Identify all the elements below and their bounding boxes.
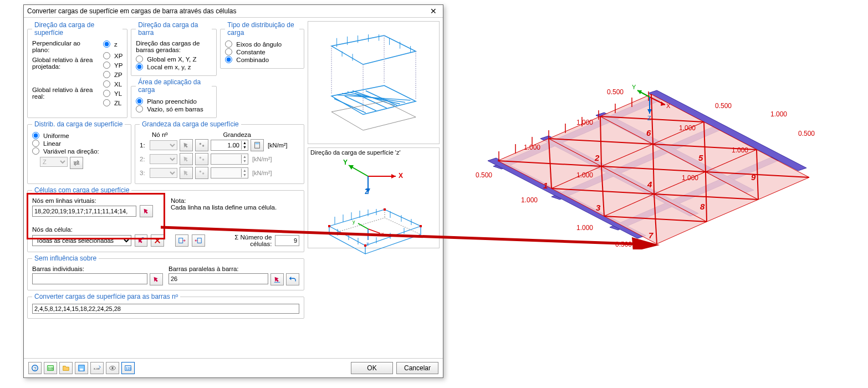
pick-node-1-icon [180,139,193,151]
svg-text:Y: Y [343,159,348,166]
svg-rect-57 [328,225,330,227]
preview-caption: Direção da carga de superfície 'z' [308,148,439,157]
pick-paralelas-icon[interactable] [270,273,284,285]
legend-dir-barra: Direção da carga da barra [136,21,212,37]
pick-nodes-2-icon [195,153,208,165]
help-icon[interactable]: ? [28,362,42,374]
view-toggle-icon[interactable] [106,362,119,374]
radio-vazio-barras[interactable]: Vazio, só em barras [136,105,212,113]
select-no-2 [150,154,177,164]
flip-direction-icon [70,157,83,169]
export-icon[interactable] [192,234,205,247]
group-converter: Converter cargas de superfície para as b… [27,293,304,319]
radio-xl[interactable]: XL [103,80,122,88]
label-nos-linhas-virtuais: Nós em linhas virtuais: [32,197,160,204]
open-icon[interactable] [59,362,73,374]
row-label-3: 3: [140,170,147,176]
header-no: Nó nº [152,131,168,138]
group-area-aplicacao: Área de aplicação da carga Plano preench… [131,78,217,118]
radio-linear[interactable]: Linear [32,140,126,147]
dropdown-nos-celula[interactable]: Todas as celas selecionadas [32,235,131,246]
cell-num-5: 5 [698,153,703,162]
svg-text:X: X [399,172,403,180]
radio-yp[interactable]: YP [103,62,122,69]
preview-top [308,21,440,144]
select-direcao-variavel: Z [40,157,68,167]
radio-zl[interactable]: ZL [103,99,122,106]
cell-num-7: 7 [649,231,653,240]
dialog-window: Converter cargas de superfície em cargas… [23,4,443,378]
pick-node-3-icon [180,167,193,179]
svg-rect-58 [384,208,386,211]
svg-text:1.000: 1.000 [576,119,593,126]
save-icon[interactable] [75,362,88,374]
numbering-icon[interactable]: 123 [121,362,135,374]
svg-line-61 [368,229,380,233]
ok-button[interactable]: OK [351,362,393,374]
svg-point-1 [202,145,205,147]
svg-text:z: z [366,241,369,247]
preview-illustration-icon [312,25,436,141]
svg-text:0.500: 0.500 [607,88,624,96]
window-title: Converter cargas de superfície em cargas… [27,5,237,17]
svg-point-5 [202,159,205,161]
group-sem-influencia: Sem influência sobre Barras individuais:… [27,254,304,290]
titlebar: Converter cargas de superfície em cargas… [24,5,443,18]
radio-variavel[interactable]: Variável na direção: [32,147,126,155]
label-nos-celula: Nós da célula: [32,226,299,233]
svg-text:X: X [666,103,671,109]
svg-point-75 [111,367,114,369]
radio-uniforme[interactable]: Uniforme [32,132,126,139]
label-dir-barras-geradas: Direção das cargas de barras geradas: [136,40,212,53]
svg-text:1.000: 1.000 [576,224,593,232]
svg-text:1.000: 1.000 [682,174,698,182]
label-barras-individuais: Barras individuais: [32,266,163,272]
undo-paralelas-icon[interactable] [286,273,299,285]
radio-yl[interactable]: YL [103,90,122,97]
svg-text:0.500: 0.500 [476,171,492,179]
svg-point-0 [200,143,202,145]
import-icon[interactable] [175,234,188,247]
radio-global-xyz[interactable]: Global em X, Y, Z [136,55,212,63]
radio-plano-preenchido[interactable]: Plano preenchido [136,98,212,105]
radio-xp[interactable]: XP [103,52,122,59]
group-direcao-barra: Direção da carga da barra Direção das ca… [131,21,217,76]
cancel-button[interactable]: Cancelar [396,362,438,374]
decimals-icon[interactable]: x.xx [90,362,104,374]
radio-z[interactable]: z [103,40,122,48]
radio-eixos-angulo[interactable]: Eixos do ângulo [225,40,299,48]
calc-format-icon[interactable]: 0.00 [44,362,57,374]
legend-converter: Converter cargas de superfície para as b… [32,293,180,300]
delete-cell-icon[interactable] [151,234,164,247]
cell-num-3: 3 [596,203,601,212]
radio-constante[interactable]: Constante [225,48,299,55]
pick-in-view-icon[interactable] [140,205,153,217]
svg-text:x: x [381,231,384,237]
pick-barras-icon[interactable] [150,273,163,285]
radio-combinado[interactable]: Combinado [225,56,299,63]
svg-text:123: 123 [126,366,132,370]
svg-text:?: ? [34,366,37,371]
radio-zp[interactable]: ZP [103,71,122,78]
input-converter-barras[interactable] [32,304,299,314]
cell-num-1: 1 [543,181,548,190]
radio-local-xyz[interactable]: Local em x, y, z [136,63,212,70]
svg-marker-33 [391,174,396,178]
calculator-1-icon[interactable] [251,139,264,151]
svg-text:0.00: 0.00 [48,367,54,370]
cell-num-4: 4 [647,180,652,189]
input-barras-paralelas[interactable] [169,273,268,284]
spin-grandeza-1[interactable]: ▲▼ [211,140,248,151]
svg-text:1.000: 1.000 [576,171,593,179]
preview-bottom: Direção da carga de superfície 'z' X Y Z [308,147,440,248]
spin-grandeza-3: ▲▼ [211,167,248,178]
svg-line-29 [345,96,376,111]
cell-num-6: 6 [646,128,651,137]
group-distrib-carga: Distrib. da carga de superfície Uniforme… [27,120,131,184]
close-icon[interactable]: ✕ [427,5,440,17]
pick-cells-icon[interactable] [135,234,148,247]
input-barras-individuais[interactable] [32,273,147,284]
row-label-1: 1: [140,142,147,149]
input-nos-linhas-virtuais[interactable] [32,206,136,217]
svg-text:1.000: 1.000 [524,144,540,151]
